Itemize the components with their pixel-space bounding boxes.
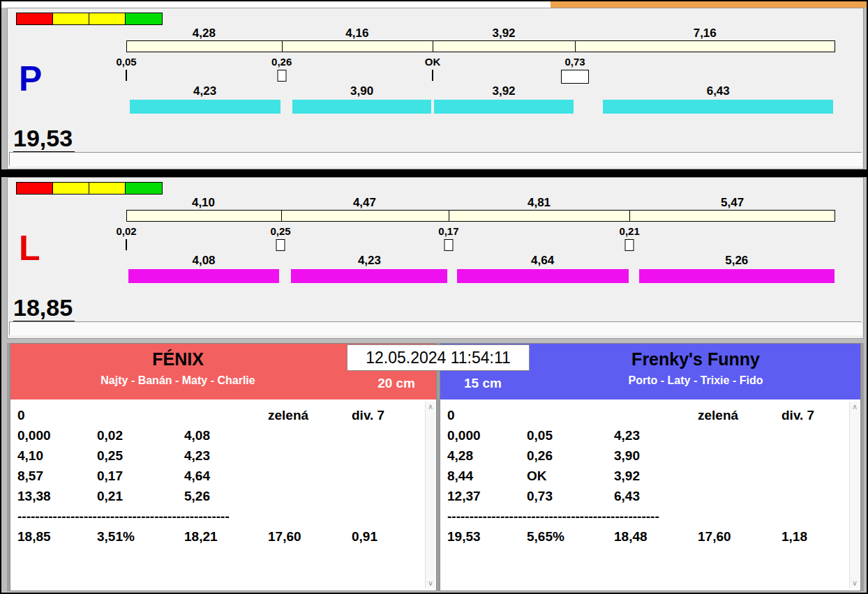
table-cell: zelená <box>698 408 781 428</box>
changeover-marker-box <box>625 239 634 251</box>
table-cell: 18,48 <box>614 529 698 549</box>
split-time-label: 3,92 <box>433 26 575 40</box>
split-time-labels-row: 4,284,163,927,16 <box>126 26 835 39</box>
table-cell: 0,73 <box>527 489 614 509</box>
table-cell <box>698 469 781 489</box>
changeover-time-label: 0,05 <box>105 56 147 68</box>
split-time-label: 4,47 <box>280 196 449 210</box>
window-top-strip <box>1 1 867 8</box>
table-cell: 0 <box>447 408 527 428</box>
table-cell <box>97 408 184 428</box>
segment-divider-tick <box>282 41 283 52</box>
split-time-label: 4,10 <box>126 196 280 210</box>
changeover-labels-row: 0,050,26OK0,73 <box>126 56 835 67</box>
legend-color-block <box>89 13 126 24</box>
table-cell: 12,37 <box>447 489 527 509</box>
scroll-down-icon[interactable]: ∨ <box>428 579 433 587</box>
split-time-label: 7,16 <box>575 26 835 40</box>
lane-letter-l: L <box>19 231 40 266</box>
table-row: 0,0000,024,08 <box>17 428 436 448</box>
split-time-label: 5,47 <box>629 196 835 210</box>
table-cell: 13,38 <box>17 489 97 509</box>
run-time-label: 4,23 <box>290 254 449 268</box>
table-cell: 0,05 <box>527 428 614 448</box>
top-strip-right <box>551 1 867 8</box>
run-time-label: 4,23 <box>128 84 282 98</box>
table-cell: 18,21 <box>184 529 268 549</box>
changeover-time-label: 0,17 <box>428 225 470 237</box>
changeover-marker-tick <box>126 239 127 250</box>
changeover-time-label: 0,02 <box>105 225 147 237</box>
table-cell: 0 <box>17 408 97 428</box>
changeover-time-label: 0,73 <box>554 56 596 68</box>
changeover-time-label: OK <box>412 56 454 68</box>
changeover-marker-wide-box <box>561 70 589 84</box>
table-cell: 0,000 <box>447 428 527 448</box>
table-cell <box>268 469 352 489</box>
team-results-area: 0zelenádiv. 70,0000,054,234,280,263,908,… <box>440 399 860 591</box>
table-row: 8,44OK3,92 <box>447 469 860 489</box>
run-time-label: 4,08 <box>127 254 280 268</box>
table-cell: 0,02 <box>97 428 184 448</box>
table-cell: 4,10 <box>17 448 97 469</box>
table-scrollbar[interactable]: ∧ ∨ <box>849 402 860 588</box>
table-row: 0zelenádiv. 7 <box>17 408 436 428</box>
table-cell <box>614 408 698 428</box>
lane-chart-p: 4,284,163,927,16 0,050,26OK0,73 4,233,90… <box>126 8 835 169</box>
table-cell: 8,57 <box>17 469 97 489</box>
run-bars-row <box>126 269 835 283</box>
table-cell: 0,91 <box>352 529 377 549</box>
lane-letter-p: P <box>19 61 42 96</box>
datetime-display: 12.05.2024 11:54:11 <box>347 344 530 371</box>
run-bar-segment <box>603 100 834 114</box>
segment-divider-tick <box>449 211 449 221</box>
table-cell: 0,000 <box>17 428 97 448</box>
top-strip-left <box>1 1 551 8</box>
table-cell: 3,92 <box>614 469 698 489</box>
lane-panel-l: L 4,104,474,815,47 0,020,250,170,21 4,08… <box>7 177 864 339</box>
legend-color-block <box>17 183 53 194</box>
table-row: 4,100,254,23 <box>17 448 436 469</box>
run-time-label: 5,26 <box>638 254 836 268</box>
team-results-table: 0zelenádiv. 70,0000,054,234,280,263,908,… <box>447 408 860 549</box>
table-row: 0,0000,054,23 <box>447 428 860 448</box>
run-time-label: 4,64 <box>456 254 630 268</box>
team-members: Najty - Banán - Maty - Charlie <box>10 370 345 387</box>
table-scrollbar[interactable]: ∧ ∨ <box>425 402 435 588</box>
split-time-labels-row: 4,104,474,815,47 <box>126 196 835 208</box>
table-cell: 0,21 <box>97 489 184 509</box>
table-cell <box>268 448 352 469</box>
run-bar-segment <box>130 100 280 114</box>
jump-height-label: 20 cm <box>377 376 415 391</box>
team-results-area: 0zelenádiv. 70,0000,024,084,100,254,238,… <box>10 399 436 591</box>
changeover-time-label: 0,25 <box>260 225 301 237</box>
scroll-down-icon[interactable]: ∨ <box>852 579 858 587</box>
table-cell: 18,85 <box>17 529 97 549</box>
run-bar-segment <box>128 269 279 283</box>
table-cell <box>184 408 268 428</box>
scroll-up-icon[interactable]: ∧ <box>428 403 433 411</box>
table-total-row: 19,535,65%18,4817,601,18 <box>447 529 860 549</box>
legend-color-block <box>53 13 89 24</box>
changeover-marks-row <box>126 70 835 85</box>
table-cell: 17,60 <box>698 529 781 549</box>
table-cell: 17,60 <box>268 529 352 549</box>
split-time-label: 4,28 <box>126 26 282 40</box>
table-total-row: 18,853,51%18,2117,600,91 <box>17 529 436 549</box>
table-cell: 4,08 <box>184 428 268 448</box>
table-cell: 1,18 <box>781 529 807 549</box>
table-row: 4,280,263,90 <box>447 448 860 469</box>
table-cell: 4,28 <box>447 448 527 469</box>
split-time-bar <box>126 40 835 52</box>
changeover-marks-row <box>126 239 835 254</box>
table-cell: 5,65% <box>527 529 614 549</box>
table-cell: 6,43 <box>614 489 698 509</box>
run-bar-segment <box>639 269 835 283</box>
table-cell: div. 7 <box>781 408 814 428</box>
table-cell <box>698 448 781 469</box>
table-cell: zelená <box>268 408 352 428</box>
table-cell <box>268 428 352 448</box>
results-section: FÉNIX Najty - Banán - Maty - Charlie 20 … <box>7 343 864 591</box>
table-cell: 4,23 <box>184 448 268 469</box>
scroll-up-icon[interactable]: ∧ <box>852 403 858 411</box>
